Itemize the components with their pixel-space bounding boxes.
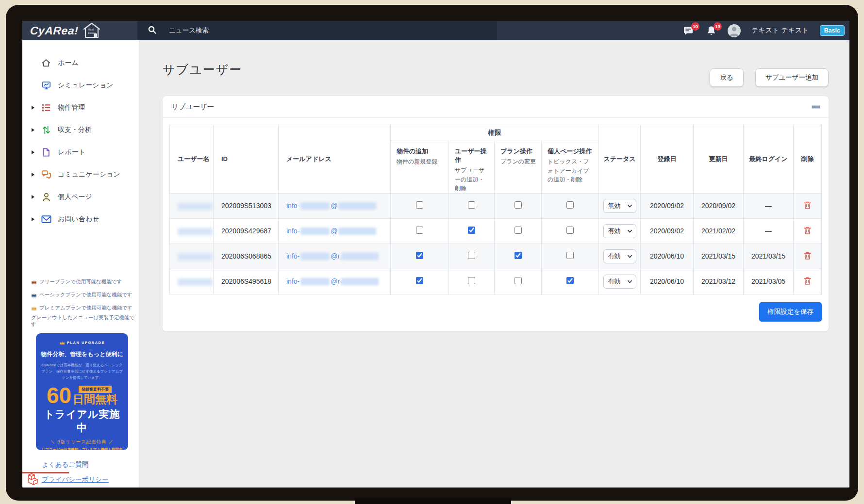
col-perm-1: ユーザー操作サブユーザーの追加・削除 (449, 141, 495, 194)
crown-icon (31, 306, 37, 310)
last-login-date: 2021/03/15 (744, 244, 794, 269)
perm-checkbox-0[interactable] (416, 201, 423, 209)
back-button[interactable]: 戻る (710, 68, 743, 87)
email-link[interactable]: info-@r (286, 252, 390, 260)
expand-caret-icon (32, 150, 34, 154)
promo-badge: 登録審査料不要 (79, 386, 112, 393)
perm-checkbox-0[interactable] (416, 277, 423, 284)
perm-checkbox-2[interactable] (515, 277, 522, 284)
contact-icon (41, 214, 51, 225)
sidebar-item-home[interactable]: ホーム (22, 52, 139, 74)
perm-checkbox-2[interactable] (515, 252, 522, 259)
notifications-button[interactable]: 10 (705, 25, 717, 36)
subuser-table: ユーザー名 ID メールアドレス 権限 ステータス 登録日 更新日 最終ログイン… (169, 125, 822, 294)
perm-checkbox-3[interactable] (566, 201, 574, 209)
logo[interactable]: CyARea! Real Estate (22, 21, 137, 40)
header-right: 10 10 テキスト テキスト Basic (683, 21, 849, 40)
email-link[interactable]: info-@ (286, 202, 390, 210)
delete-button[interactable] (802, 225, 813, 237)
sidebar-item-label: 物件管理 (58, 103, 85, 112)
personal-page-icon (41, 192, 51, 202)
sidebar-item-simulation[interactable]: シミュレーション (22, 74, 139, 97)
crown-icon (31, 279, 37, 284)
card-title: サブユーザー (171, 102, 214, 112)
sidebar-item-label: コミュニケーション (58, 170, 120, 179)
promo-title: 物件分析、管理をもっと便利に (41, 350, 123, 358)
perm-checkbox-3[interactable] (566, 277, 574, 284)
sidebar-item-report[interactable]: レポート (22, 141, 139, 163)
user-id: 202006S495618 (214, 269, 279, 294)
faq-link[interactable]: よくあるご質問 (42, 457, 139, 472)
sidebar-item-contact[interactable]: お問い合わせ (22, 208, 139, 230)
perm-checkbox-2[interactable] (515, 227, 522, 234)
avatar[interactable] (728, 24, 741, 37)
device-notch (355, 498, 511, 504)
username-redacted (178, 228, 213, 235)
main-content: サブユーザー 戻る サブユーザー追加 サブユーザー (139, 40, 849, 488)
delete-button[interactable] (802, 276, 813, 288)
status-select[interactable]: 有効 (603, 275, 636, 289)
svg-text:Estate: Estate (88, 32, 97, 34)
delete-button[interactable] (802, 250, 813, 262)
user-id: 202009S429687 (214, 218, 279, 244)
plan-legend-item: ベーシックプランで使用可能な機能です (31, 288, 139, 301)
col-updated: 更新日 (694, 125, 744, 194)
delete-button[interactable] (802, 200, 813, 212)
app-window: CyARea! Real Estate ニュース検索 (22, 21, 849, 488)
col-delete: 削除 (794, 125, 822, 194)
sidebar-item-label: ホーム (58, 59, 79, 67)
sidebar-item-personal-page[interactable]: 個人ページ (22, 186, 139, 208)
message-count-badge: 10 (691, 22, 699, 31)
perm-checkbox-0[interactable] (416, 227, 423, 234)
add-subuser-button[interactable]: サブユーザー追加 (755, 68, 829, 87)
user-id: 202006S068865 (214, 244, 279, 269)
col-perm-3: 個人ページ操作トピックス・フォトアーカイブの追加・削除 (542, 141, 599, 194)
last-login-date: — (744, 193, 794, 218)
person-icon (728, 24, 741, 37)
perm-checkbox-1[interactable] (468, 252, 475, 259)
plan-legend: フリープランで使用可能な機能ですベーシックプランで使用可能な機能ですプレミアムプ… (22, 275, 139, 327)
status-select[interactable]: 有効 (603, 224, 636, 238)
table-row: 202009S513003info-@無効2020/09/022020/09/0… (170, 193, 822, 218)
expand-caret-icon (32, 217, 34, 221)
news-search-input[interactable]: ニュース検索 (137, 21, 497, 40)
sidebar-item-label: レポート (58, 148, 85, 157)
sidebar-item-label: 個人ページ (58, 193, 92, 201)
col-id: ID (214, 125, 279, 194)
crown-icon (59, 341, 65, 345)
status-select[interactable]: 無効 (603, 199, 636, 213)
status-select[interactable]: 有効 (603, 249, 636, 263)
perm-checkbox-1[interactable] (468, 277, 475, 284)
debugbar-icon[interactable] (27, 473, 40, 486)
income-analysis-icon (41, 125, 51, 135)
registered-date: 2020/09/02 (641, 193, 694, 218)
user-name[interactable]: テキスト テキスト (751, 26, 809, 35)
save-permissions-button[interactable]: 権限設定を保存 (759, 302, 822, 322)
sidebar-item-property-management[interactable]: 物件管理 (22, 97, 139, 119)
privacy-policy-link[interactable]: プライバシーポリシー (42, 472, 139, 487)
sidebar-item-communication[interactable]: コミュニケーション (22, 163, 139, 186)
perm-checkbox-1[interactable] (468, 201, 475, 209)
search-icon (148, 26, 156, 36)
perm-checkbox-3[interactable] (566, 227, 574, 234)
perm-checkbox-3[interactable] (566, 252, 574, 259)
email-link[interactable]: info-@ (286, 227, 390, 235)
perm-checkbox-2[interactable] (515, 201, 522, 209)
col-registered: 登録日 (641, 125, 694, 194)
user-id: 202009S513003 (214, 193, 279, 218)
search-placeholder: ニュース検索 (169, 26, 209, 35)
col-last-login: 最終ログイン (744, 125, 794, 194)
promo-eyebrow: PLAN UPGRADE (41, 341, 123, 345)
table-row: 202006S068865info-@r有効2020/06/102021/03/… (170, 244, 822, 269)
perm-checkbox-0[interactable] (416, 252, 423, 259)
sidebar-item-income-analysis[interactable]: 収支・分析 (22, 119, 139, 141)
communication-icon (41, 169, 51, 180)
expand-caret-icon (32, 106, 34, 110)
email-link[interactable]: info-@r (286, 277, 390, 285)
sidebar-item-label: 収支・分析 (58, 126, 92, 134)
promo-banner[interactable]: PLAN UPGRADE 物件分析、管理をもっと便利に CyARea!では基本機… (36, 333, 128, 450)
perm-checkbox-1[interactable] (468, 227, 475, 234)
logo-sub-text: Real (88, 28, 94, 31)
messages-button[interactable]: 10 (683, 25, 695, 36)
collapse-button[interactable] (812, 106, 820, 108)
